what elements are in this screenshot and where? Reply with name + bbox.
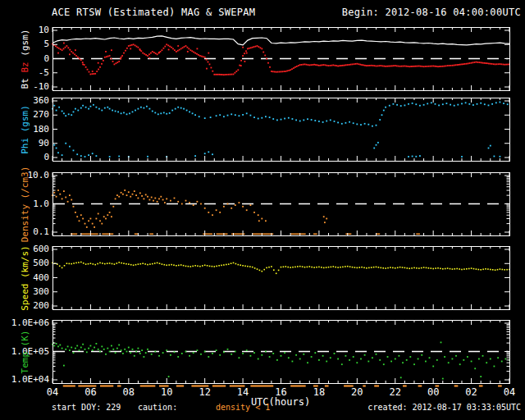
density-floor-dash [345,234,351,235]
density-floor-dash [377,234,381,235]
caution-strip-dash [290,386,306,387]
x-tick-label: 04 [499,386,520,398]
density-floor-dash [81,234,98,235]
panel-ylabel-phi: Phi (gsm) [20,105,30,154]
panel-ylabel-part: Phi (gsm) [20,105,30,154]
x-tick-label: 02 [461,386,482,398]
panel-ylabel-part: Density (/cm3) [20,166,30,242]
ace-rtsw-plot: 1050-5-10Bt Bz (gsm)360270180900Phi (gsm… [0,0,525,420]
caution-strip-dash [454,386,459,387]
density-floor-dash [149,234,153,235]
density-floor-dash [416,234,420,235]
density-floor-dash [253,234,274,235]
panel-ylabel-part: Bz [20,62,30,72]
series-bt [52,36,509,45]
panel-ylabel-part: (gsm) [20,29,30,62]
footer-start-doy: start DOY: 229 [52,403,121,412]
caution-strip-dash [100,386,113,387]
caution-strip-dash [418,386,422,387]
x-tick-label: 10 [156,386,177,398]
panel-ylabel-speed: Speed (km/s) [20,245,30,310]
footer-created-timestamp: created: 2012-08-17 03:33:05UTC [368,403,521,412]
footer-caution-label: caution: [138,403,177,412]
series-temp [52,342,510,380]
begin-timestamp: Begin: 2012-08-16 04:00:00UTC [342,7,521,18]
series-phi [52,102,509,158]
x-tick-label: 08 [118,386,139,398]
panel-ylabel-part: Temp (K) [20,330,30,373]
panel-ylabel-density: Density (/cm3) [20,166,30,242]
series-density [52,189,327,228]
density-floor-dash [102,234,113,235]
footer-caution-value: density < 1 [216,403,270,412]
x-tick-label: 12 [194,386,216,398]
y-tick-label: 1.0E+04 [0,374,49,385]
x-tick-label: 04 [42,386,63,398]
density-floor-dash [217,234,228,235]
x-tick-label: 00 [422,386,444,398]
density-floor-dash [203,234,212,235]
x-tick-label: 06 [80,386,101,398]
x-tick-label: 20 [346,386,368,398]
plot-title: ACE RTSW (Estimated) MAG & SWEPAM [52,7,255,18]
density-floor-dash [290,234,306,235]
density-floor-dash [135,234,139,235]
panel-phi-box [53,98,510,162]
plot-canvas [0,0,525,420]
series-speed [52,262,510,274]
caution-strip-dash [140,386,156,387]
y-tick-label: 360 [0,95,49,106]
y-tick-label: 1.0E+06 [0,317,49,328]
density-floor-dash [313,234,317,235]
x-tick-label: 18 [308,386,330,398]
caution-strip-dash [63,386,75,387]
x-tick-label: 22 [385,386,406,398]
caution-strip-dash [374,386,379,387]
panel-speed-box [53,247,510,310]
panel-ylabel-part: Bt [20,72,30,89]
panel-ylabel-part: Speed (km/s) [20,245,30,310]
panel-ylabel-bt-bz: Bt Bz (gsm) [20,29,30,89]
panel-ylabel-temp: Temp (K) [20,330,30,373]
